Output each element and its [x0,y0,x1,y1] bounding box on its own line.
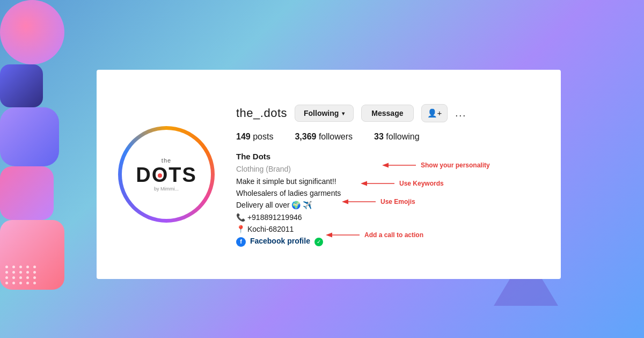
profile-picture-ring: the DOTS by Mimmi... [118,126,215,223]
phone-number: +918891219946 [247,213,302,222]
facebook-icon: f [236,237,246,247]
add-person-icon: 👤+ [427,108,442,118]
bio-section: The Dots Clothing (Brand) Make it simple… [236,150,539,247]
followers-count: 3,369 [295,132,316,141]
add-person-button[interactable]: 👤+ [421,104,448,122]
annotation-emojis-label: Use Emojis [380,197,415,207]
bio-phone: 📞 +918891219946 [236,211,539,223]
arrow-keywords [360,178,397,189]
profile-picture-inner: the DOTS by Mimmi... [122,130,211,219]
annotation-emojis: Use Emojis [341,196,415,207]
phone-emoji: 📞 [236,213,245,222]
dots-grid-decoration [5,266,38,284]
annotation-cta-label: Add a call to action [364,230,423,240]
profile-picture-container: the DOTS by Mimmi... [118,126,215,223]
logo-dots-o: O [152,165,169,185]
verified-icon: ✓ [314,238,323,246]
annotation-keywords: Use Keywords [360,178,444,189]
chevron-down-icon: ▾ [342,111,345,116]
annotation-personality-label: Show your personality [421,160,490,171]
more-options-icon: ... [455,108,466,119]
more-options-button[interactable]: ... [455,108,466,119]
profile-header: the_.dots Following ▾ Message 👤+ ... [236,104,539,122]
location-text: Kochi-682011 [247,225,294,233]
bg-decoration-rect-bottomleft [0,166,54,220]
message-button[interactable]: Message [361,105,413,122]
logo-by: by Mimmi... [154,186,179,192]
followers-label: followers [319,132,353,141]
bg-decoration-blob-topright [0,107,59,166]
annotation-keywords-label: Use Keywords [399,179,444,189]
arrow-emojis [341,196,378,207]
profile-card: the DOTS by Mimmi... the_.dots Following… [97,70,561,279]
following-label: following [386,132,419,141]
following-button-label: Following [304,109,339,117]
bg-decoration-rect-topleft [0,64,43,107]
following-count: 33 [374,132,384,141]
stats-row: 149 posts 3,369 followers 33 following [236,132,539,142]
logo-dots: DOTS [136,165,197,185]
message-button-label: Message [371,109,403,117]
following-stat[interactable]: 33 following [374,132,420,142]
posts-count: 149 [236,132,251,141]
bg-decoration-blob-topleft [0,0,64,64]
arrow-cta [325,230,362,240]
bg-decoration-rect-bottomright [0,220,64,290]
posts-stat: 149 posts [236,132,273,142]
posts-label: posts [253,132,273,141]
followers-stat[interactable]: 3,369 followers [295,132,353,142]
annotation-cta: Add a call to action [325,230,423,240]
arrow-personality [381,160,419,171]
username: the_.dots [236,106,287,120]
following-button[interactable]: Following ▾ [295,105,354,122]
profile-info: the_.dots Following ▾ Message 👤+ ... 149… [236,101,539,247]
pin-emoji: 📍 [236,225,245,233]
annotation-personality: Show your personality [381,160,490,171]
facebook-link[interactable]: Facebook profile [250,237,310,245]
logo-the: the [162,157,171,164]
